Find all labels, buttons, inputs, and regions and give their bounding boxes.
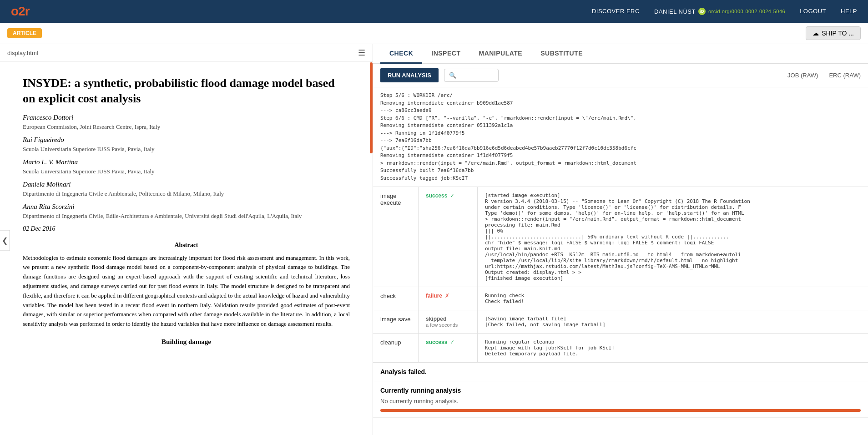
- check-icon-image-execute: ✓: [450, 192, 454, 199]
- article-badge: ARTICLE: [7, 28, 42, 38]
- tab-check[interactable]: CHECK: [380, 44, 422, 64]
- affiliation-5: Dipartimento di Ingegneria Civile, Edile…: [23, 212, 350, 220]
- progress-bar: [380, 409, 861, 412]
- logout-link[interactable]: LOGOUT: [800, 8, 826, 15]
- check-icon-check: ✗: [445, 293, 449, 299]
- run-analysis-button[interactable]: RUN ANALYSIS: [380, 68, 439, 82]
- left-panel-header: display.html ☰: [0, 44, 373, 62]
- status-text-check: failure: [426, 293, 442, 299]
- log-cleanup: Running regular cleanup Kept image with …: [478, 334, 868, 362]
- status-check: failure ✗: [419, 287, 478, 310]
- analysis-failed-message: Analysis failed.: [373, 363, 868, 381]
- step-log-content: Step 5/6 : WORKDIR /erc/ Removing interm…: [373, 87, 868, 187]
- author-name-1: Francesco Dottori: [23, 114, 350, 121]
- orcid-link[interactable]: orcid.org/0000-0002-0024-5046: [708, 9, 785, 14]
- erc-raw-label[interactable]: ERC (RAW): [829, 72, 861, 79]
- cloud-icon: ☁: [812, 30, 819, 37]
- label-image-execute: image execute: [373, 187, 419, 287]
- author-name-3: Mario L. V. Martina: [23, 158, 350, 166]
- tab-substitute[interactable]: SUBSTITUTE: [531, 44, 592, 64]
- status-image-execute: success ✓: [419, 187, 478, 287]
- main-container: display.html ☰ INSYDE: a synthetic, prob…: [0, 44, 868, 435]
- label-check: check: [373, 287, 419, 310]
- affiliation-1: European Commission, Joint Research Cent…: [23, 123, 350, 131]
- label-image-save: image save: [373, 310, 419, 333]
- article-content: INSYDE: a synthetic, probabilistic flood…: [0, 62, 373, 359]
- filename-label: display.html: [7, 50, 38, 56]
- user-info: DANIEL NÜST iD orcid.org/0000-0002-0024-…: [654, 8, 785, 15]
- topnav-right: DISCOVER ERC DANIEL NÜST iD orcid.org/00…: [592, 8, 857, 15]
- search-box[interactable]: 🔍: [444, 69, 499, 82]
- job-raw-label[interactable]: JOB (RAW): [787, 72, 818, 79]
- article-bar: ARTICLE ☁ SHIP TO ...: [0, 23, 868, 44]
- right-panel: CHECK INSPECT MANIPULATE SUBSTITUTE RUN …: [373, 44, 868, 435]
- scroll-indicator: [370, 62, 373, 153]
- results-container: Step 5/6 : WORKDIR /erc/ Removing interm…: [373, 87, 868, 435]
- status-cleanup: success ✓: [419, 334, 478, 362]
- article-title: INSYDE: a synthetic, probabilistic flood…: [23, 76, 350, 106]
- ship-to-label: SHIP TO ...: [822, 30, 854, 37]
- result-row-image-execute: image execute success ✓ [started image e…: [373, 187, 868, 287]
- status-text-cleanup: success: [426, 339, 447, 345]
- result-row-image-save: image save skipped a few seconds [Saving…: [373, 310, 868, 334]
- author-name-4: Daniela Molinari: [23, 181, 350, 188]
- topnav: o2r DISCOVER ERC DANIEL NÜST iD orcid.or…: [0, 0, 868, 23]
- check-icon-cleanup: ✓: [450, 339, 454, 345]
- collapse-arrow[interactable]: ❮: [0, 230, 10, 251]
- log-check: Running check Check failed!: [478, 287, 868, 310]
- label-cleanup: cleanup: [373, 334, 419, 362]
- status-sub-image-save: a few seconds: [426, 322, 458, 328]
- abstract-text: Methodologies to estimate economic flood…: [23, 253, 350, 329]
- author-2: Rui Figueiredo Scuola Universitaria Supe…: [23, 136, 350, 153]
- job-labels: JOB (RAW) ERC (RAW): [787, 72, 861, 79]
- discover-erc-link[interactable]: DISCOVER ERC: [592, 8, 640, 15]
- abstract-heading: Abstract: [23, 242, 350, 249]
- status-text-image-execute: success: [426, 192, 447, 199]
- tab-inspect[interactable]: INSPECT: [422, 44, 469, 64]
- article-date: 02 Dec 2016: [23, 225, 350, 233]
- currently-running-section: Currently running analysis No currently …: [373, 381, 868, 418]
- affiliation-4: Dipartimento di Ingegneria Civile e Ambi…: [23, 190, 350, 197]
- author-name-5: Anna Rita Scorzini: [23, 203, 350, 211]
- logo-r: r: [25, 4, 30, 18]
- ship-to-button[interactable]: ☁ SHIP TO ...: [806, 26, 861, 40]
- logo: o2r: [11, 4, 30, 19]
- affiliation-3: Scuola Universitaria Superiore IUSS Pavi…: [23, 168, 350, 175]
- author-5: Anna Rita Scorzini Dipartimento di Ingeg…: [23, 203, 350, 220]
- affiliation-2: Scuola Universitaria Superiore IUSS Pavi…: [23, 146, 350, 153]
- tab-manipulate[interactable]: MANIPULATE: [469, 44, 531, 64]
- tabs-bar: CHECK INSPECT MANIPULATE SUBSTITUTE: [373, 44, 868, 64]
- help-link[interactable]: HELP: [841, 8, 857, 15]
- currently-running-title: Currently running analysis: [380, 387, 861, 394]
- no-running-message: No currently running analysis.: [380, 398, 861, 405]
- log-image-save: [Saving image tarball file] [Check faile…: [478, 310, 868, 333]
- user-name: DANIEL NÜST: [654, 8, 696, 15]
- menu-button[interactable]: ☰: [358, 48, 365, 58]
- status-image-save: skipped a few seconds: [419, 310, 478, 333]
- status-text-image-save: skipped: [426, 316, 458, 322]
- author-1: Francesco Dottori European Commission, J…: [23, 114, 350, 131]
- author-4: Daniela Molinari Dipartimento di Ingegne…: [23, 181, 350, 197]
- log-image-execute: [started image execution] R version 3.4.…: [478, 187, 868, 287]
- left-panel: display.html ☰ INSYDE: a synthetic, prob…: [0, 44, 373, 435]
- author-3: Mario L. V. Martina Scuola Universitaria…: [23, 158, 350, 175]
- search-icon: 🔍: [449, 72, 456, 79]
- logo-o: o: [11, 4, 18, 18]
- step-log-section: Step 5/6 : WORKDIR /erc/ Removing interm…: [373, 87, 868, 187]
- result-row-check: check failure ✗ Running check Check fail…: [373, 287, 868, 310]
- author-name-2: Rui Figueiredo: [23, 136, 350, 144]
- logo-2: 2: [18, 4, 25, 18]
- check-toolbar: RUN ANALYSIS 🔍 JOB (RAW) ERC (RAW): [373, 64, 868, 87]
- result-row-cleanup: cleanup success ✓ Running regular cleanu…: [373, 334, 868, 363]
- section-heading: Building damage: [23, 338, 350, 346]
- orcid-badge: iD: [698, 8, 706, 15]
